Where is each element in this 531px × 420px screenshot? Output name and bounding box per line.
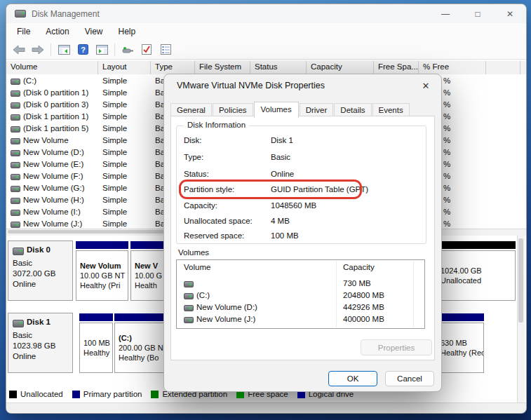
dialog-volume-row[interactable]: (C:)204800 MB (177, 290, 424, 302)
volume-capacity: 204800 MB (343, 291, 384, 299)
disk-info-row: Disk:Disk 1 (171, 136, 436, 149)
volume-layout: Simple (102, 219, 127, 228)
menu-action[interactable]: Action (38, 25, 76, 39)
volume-name: New Volume (G:) (23, 184, 85, 192)
check-disk-icon[interactable] (138, 42, 155, 57)
group-label: Disk Information (184, 121, 249, 129)
partition-status: Healthy (Rec (441, 348, 483, 358)
listbox-header-capacity[interactable]: Capacity (343, 263, 375, 271)
volume-percent-free: % (443, 148, 450, 156)
info-label: Type: (184, 153, 203, 161)
tab-policies[interactable]: Policies (213, 103, 253, 117)
help-icon[interactable]: ? (74, 42, 91, 57)
info-value: Online (271, 170, 294, 178)
legend-swatch (72, 391, 80, 398)
volume-name: (Disk 0 partition 1) (23, 88, 88, 97)
show-action-pane-icon[interactable] (93, 42, 110, 57)
volume-name: New Volume (D:) (23, 148, 84, 156)
volume-icon (11, 90, 20, 97)
tab-volumes[interactable]: Volumes (254, 102, 299, 118)
info-label: Capacity: (184, 201, 217, 210)
volume-name: (C:) (23, 76, 36, 85)
svg-text:?: ? (81, 46, 86, 54)
listbox-header-volume[interactable]: Volume (184, 263, 210, 271)
menu-file[interactable]: File (9, 25, 38, 39)
volume-name: (Disk 1 partition 1) (23, 112, 88, 121)
volume-icon (11, 79, 20, 85)
legend-swatch (9, 391, 17, 398)
dialog-volume-row[interactable]: New Volume (J:)400000 MB (177, 314, 424, 326)
partition-status: Unallocated (441, 276, 515, 285)
ok-button[interactable]: OK (328, 371, 377, 386)
desktop: Disk Management — □ ✕ FileActionViewHelp… (0, 0, 531, 420)
volume-name: New Volume (H:) (23, 196, 84, 204)
column-header-file-system[interactable]: File System (195, 61, 250, 74)
tab-general[interactable]: General (170, 103, 212, 117)
maximize-button[interactable]: □ (462, 4, 494, 23)
volume-icon (11, 126, 20, 133)
tab-driver[interactable]: Driver (300, 103, 334, 117)
properties-button: Properties (361, 339, 432, 355)
legend-label: Unallocated (20, 390, 63, 398)
disk-name: Disk 1 (27, 318, 51, 326)
disk-label-pane[interactable]: Disk 1Basic1023.98 GBOnline (8, 313, 73, 373)
disk-label-pane[interactable]: Disk 0Basic3072.00 GBOnline (8, 241, 73, 301)
partition-block[interactable]: 100 MBHealthy (79, 313, 113, 373)
partition-block[interactable]: New Volum10.00 GB NTHealthy (Pri (76, 241, 128, 301)
volume-capacity: 442926 MB (343, 303, 384, 311)
volume-capacity: 400000 MB (343, 315, 384, 323)
volume-icon (11, 198, 20, 204)
minimize-button[interactable]: — (429, 4, 462, 23)
close-button[interactable]: ✕ (494, 4, 526, 23)
partition-type-bar (76, 241, 128, 249)
dialog-close-icon[interactable]: ✕ (419, 79, 432, 92)
volume-percent-free: % (443, 160, 450, 168)
column-header-layout[interactable]: Layout (98, 61, 151, 74)
dialog-volume-row[interactable]: New Volume (D:)442926 MB (177, 302, 424, 314)
tab-details[interactable]: Details (334, 103, 371, 117)
show-console-tree-icon[interactable] (55, 42, 72, 57)
cancel-button[interactable]: Cancel (385, 371, 434, 386)
disk-icon (13, 320, 24, 327)
info-label: Status: (184, 170, 209, 178)
display-options-icon[interactable] (119, 42, 136, 57)
window-title: Disk Management (32, 9, 100, 19)
volume-layout: Simple (102, 208, 127, 216)
forward-icon[interactable] (29, 42, 46, 57)
task-list-icon[interactable] (157, 42, 174, 57)
volume-icon (11, 162, 20, 168)
volume-name: New Volume (J:) (23, 219, 82, 228)
column-header-volume[interactable]: Volume (6, 61, 98, 74)
column-header-free-spa-[interactable]: Free Spa... (374, 61, 419, 74)
column-header-capacity[interactable]: Capacity (307, 61, 374, 74)
vertical-scrollbar-thumb[interactable] (518, 238, 523, 323)
volume-percent-free: % (443, 88, 450, 97)
dialog-volume-row[interactable]: 730 MB (177, 278, 424, 290)
column-header-type[interactable]: Type (151, 61, 195, 74)
disk-name: Disk 0 (27, 245, 51, 254)
column-header-status[interactable]: Status (250, 61, 307, 74)
volume-icon (184, 305, 194, 311)
column-header-blank[interactable] (486, 61, 520, 74)
back-icon[interactable] (11, 42, 27, 57)
volumes-tab-page: Disk Information Volumes VolumeCapacity7… (170, 116, 435, 360)
volume-name: (C:) (196, 291, 210, 299)
volume-layout: Simple (102, 76, 127, 85)
menu-view[interactable]: View (77, 25, 111, 39)
info-label: Disk: (184, 136, 202, 144)
volume-icon (11, 174, 20, 180)
volume-icon (11, 210, 20, 216)
tab-events[interactable]: Events (372, 103, 410, 117)
partition-size: 630 MB (441, 338, 483, 348)
menu-help[interactable]: Help (111, 25, 144, 39)
partition-info: New Volum10.00 GB NTHealthy (Pri (76, 250, 128, 301)
disk-type: Basic (13, 330, 72, 341)
info-label: Reserved space: (184, 231, 244, 240)
volume-layout: Simple (102, 124, 127, 133)
volume-table-header: VolumeLayoutTypeFile SystemStatusCapacit… (6, 61, 526, 75)
volume-icon (184, 281, 194, 287)
column-header-%-free[interactable]: % Free (419, 61, 486, 74)
title-bar[interactable]: Disk Management — □ ✕ (6, 4, 526, 23)
partition-size: 10.00 GB NT (80, 271, 128, 280)
dialog-title: VMware Virtual NVMe Disk Properties (177, 81, 325, 90)
